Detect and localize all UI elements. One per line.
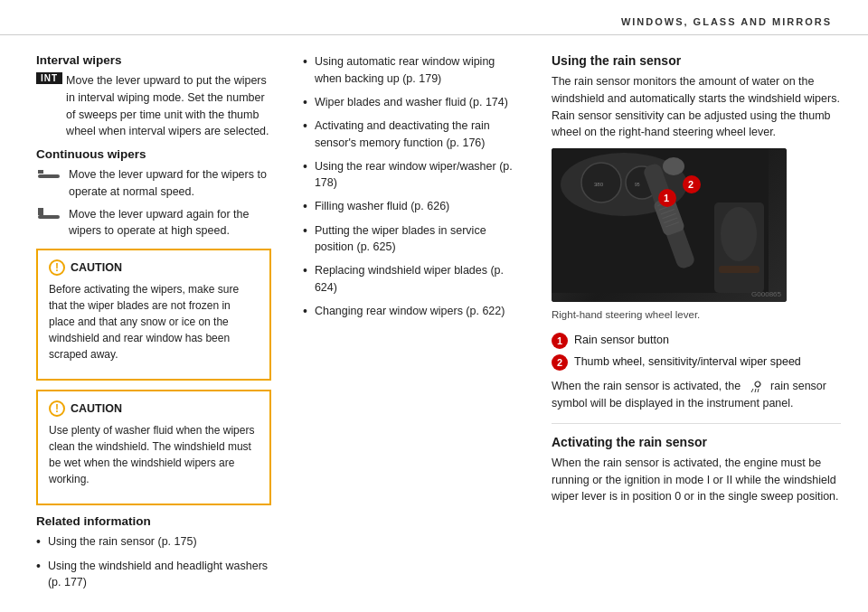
list-item[interactable]: Activating and deactivating the rain sen… <box>303 118 520 152</box>
marker-label-2: Thumb wheel, sensitivity/interval wiper … <box>574 353 801 371</box>
caution-title-2: ! CAUTION <box>49 400 259 417</box>
svg-line-28 <box>755 389 756 392</box>
middle-bullet-item-0: Using automatic rear window wiping when … <box>315 53 520 88</box>
marker-badge-1: 1 <box>552 333 568 349</box>
wiper-normal-text: Move the lever upward for the wipers to … <box>69 166 271 201</box>
main-content: Interval wipers INT Move the lever upwar… <box>0 35 868 612</box>
svg-marker-1 <box>38 170 43 174</box>
wiper-normal-icon <box>36 167 61 187</box>
svg-point-25 <box>721 207 757 261</box>
right-column: Using the rain sensor The rain sensor mo… <box>533 35 868 612</box>
svg-rect-2 <box>38 215 60 219</box>
numbered-items: 1Rain sensor button2Thumb wheel, sensiti… <box>552 332 841 371</box>
svg-line-27 <box>751 389 753 392</box>
list-item[interactable]: Putting the wiper blades in service posi… <box>303 222 520 257</box>
int-badge: INT <box>36 72 62 84</box>
wiper-high-icon <box>36 207 61 227</box>
middle-column: Using automatic rear window wiping when … <box>289 35 533 612</box>
section-divider <box>552 423 841 424</box>
svg-rect-0 <box>38 174 60 178</box>
when-activated-text: When the rain sensor is activated, the r… <box>552 378 841 412</box>
activating-heading: Activating the rain sensor <box>552 435 841 449</box>
numbered-item-2: 2Thumb wheel, sensitivity/interval wiper… <box>552 353 841 371</box>
middle-bullet-item-4: Filling washer fluid (p. 626) <box>315 198 449 215</box>
left-column: Interval wipers INT Move the lever upwar… <box>0 35 289 612</box>
image-placeholder: 380 95 <box>552 148 787 302</box>
svg-point-19 <box>663 157 684 175</box>
activating-text: When the rain sensor is activated, the e… <box>552 455 841 505</box>
svg-text:95: 95 <box>635 182 640 187</box>
caution-text-1: Before activating the wipers, make sure … <box>49 281 259 362</box>
list-item[interactable]: Changing rear window wipers (p. 622) <box>303 303 520 321</box>
caution-title-1: ! CAUTION <box>49 259 259 276</box>
list-item[interactable]: Using the rain sensor (p. 175) <box>36 533 271 551</box>
svg-text:1: 1 <box>664 193 669 203</box>
middle-bullet-item-2: Activating and deactivating the rain sen… <box>315 118 520 152</box>
middle-bullet-item-3: Using the rear window wiper/washer (p. 1… <box>315 158 520 193</box>
svg-text:380: 380 <box>594 182 604 187</box>
bullet-item-0: Using the rain sensor (p. 175) <box>48 533 197 551</box>
caution-box-2: ! CAUTION Use plenty of washer fluid whe… <box>36 390 271 505</box>
svg-marker-4 <box>38 212 43 215</box>
caution-box-1: ! CAUTION Before activating the wipers, … <box>36 249 271 381</box>
list-item[interactable]: Replacing windshield wiper blades (p. 62… <box>303 262 520 297</box>
rain-sensor-heading: Using the rain sensor <box>552 53 841 68</box>
caution-icon-1: ! <box>49 259 65 276</box>
interval-wipers-text: Move the lever upward to put the wipers … <box>66 72 271 140</box>
caution-icon-2: ! <box>49 400 65 417</box>
list-item[interactable]: Using automatic rear window wiping when … <box>303 53 520 88</box>
marker-label-1: Rain sensor button <box>574 332 669 349</box>
related-info-section: Related information Using the rain senso… <box>36 514 271 591</box>
wiper-row-high: Move the lever upward again for the wipe… <box>36 206 271 240</box>
related-info-list: Using the rain sensor (p. 175) Using the… <box>36 533 271 591</box>
svg-text:2: 2 <box>688 179 693 190</box>
middle-bullet-list: Using automatic rear window wiping when … <box>303 53 520 320</box>
list-item[interactable]: Filling washer fluid (p. 626) <box>303 198 520 216</box>
related-info-heading: Related information <box>36 514 271 528</box>
middle-bullet-item-5: Putting the wiper blades in service posi… <box>315 222 520 257</box>
rain-icon <box>747 381 765 393</box>
list-item[interactable]: Using the windshield and headlight washe… <box>36 558 271 592</box>
caution-text-2: Use plenty of washer fluid when the wipe… <box>49 422 259 487</box>
image-watermark: G000865 <box>751 290 781 298</box>
header-title: WINDOWS, GLASS AND MIRRORS <box>621 16 832 27</box>
wiper-high-text: Move the lever upward again for the wipe… <box>69 206 271 240</box>
bullet-item-1: Using the windshield and headlight washe… <box>48 558 271 592</box>
svg-line-29 <box>758 389 759 392</box>
svg-rect-26 <box>719 266 760 273</box>
interval-wipers-row: INT Move the lever upward to put the wip… <box>36 72 271 140</box>
rain-sensor-intro: The rain sensor monitors the amount of w… <box>552 73 841 141</box>
list-item[interactable]: Wiper blades and washer fluid (p. 174) <box>303 94 520 112</box>
wiper-row-normal: Move the lever upward for the wipers to … <box>36 166 271 201</box>
continuous-wipers-heading: Continuous wipers <box>36 147 271 161</box>
interval-wipers-heading: Interval wipers <box>36 53 271 67</box>
page-header: WINDOWS, GLASS AND MIRRORS <box>0 0 868 35</box>
middle-bullet-item-6: Replacing windshield wiper blades (p. 62… <box>315 262 520 297</box>
numbered-item-1: 1Rain sensor button <box>552 332 841 349</box>
middle-bullet-item-7: Changing rear window wipers (p. 622) <box>315 303 505 320</box>
list-item[interactable]: Using the rear window wiper/washer (p. 1… <box>303 158 520 193</box>
middle-bullet-item-1: Wiper blades and washer fluid (p. 174) <box>315 94 508 111</box>
marker-badge-2: 2 <box>552 354 568 371</box>
img-caption: Right-hand steering wheel lever. <box>552 307 841 323</box>
rain-sensor-image: 380 95 <box>552 148 787 302</box>
svg-marker-3 <box>38 208 43 212</box>
